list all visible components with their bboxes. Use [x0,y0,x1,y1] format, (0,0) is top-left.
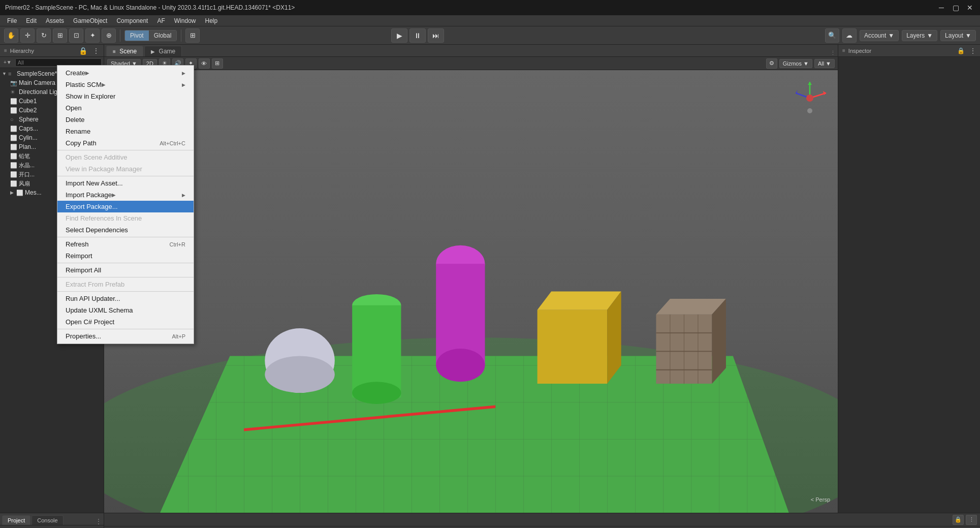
ctx-import-new-asset[interactable]: Import New Asset... [57,177,194,189]
menu-window[interactable]: Window [170,16,200,25]
asset-lock-btn[interactable]: 🔒 [953,515,964,525]
ctx-open-label: Open [66,104,82,112]
global-button[interactable]: Global [149,30,177,41]
ctx-open[interactable]: Open [57,102,194,114]
ctx-import-package[interactable]: Import Package ▶ [57,189,194,201]
play-button[interactable]: ▶ [391,28,407,43]
ctx-update-uxml[interactable]: Update UXML Schema [57,304,194,316]
ctx-import-new-asset-label: Import New Asset... [66,179,123,187]
minimize-button[interactable]: ─ [936,3,946,13]
close-button[interactable]: ✕ [965,3,975,13]
pause-button[interactable]: ⏸ [409,28,426,43]
menu-bar: File Edit Assets GameObject Component AF… [0,15,980,26]
pivot-button[interactable]: Pivot [125,30,149,41]
snap-button[interactable]: ⊞ [185,28,200,43]
ctx-export-package-label: Export Package... [66,203,118,210]
ctx-show-explorer[interactable]: Show in Explorer [57,90,194,102]
ctx-plastic-scm[interactable]: Plastic SCM ▶ [57,79,194,90]
ctx-sep-7 [57,329,194,329]
project-panel-menu[interactable]: ⋮ [96,518,102,525]
scene-tab-icon: ≡ [113,49,116,54]
ctx-create[interactable]: Create ▶ [57,67,194,79]
project-tab[interactable]: Project [2,515,30,525]
sphere-icon: ○ [10,116,17,122]
ctx-run-api-updater[interactable]: Run API Updater... [57,293,194,304]
bottom-area: Project Console ⋮ +▼ ⊡ ▼ ★ Favorites 🔍 A… [0,513,980,528]
ctx-rename-label: Rename [66,128,90,135]
menu-edit[interactable]: Edit [22,16,41,25]
gizmos-dropdown[interactable]: Gizmos ▼ [779,59,812,68]
ctx-sep-2 [57,176,194,176]
scene-tab-label: Scene [119,48,137,55]
scene-tab[interactable]: ≡ Scene [106,46,143,56]
crystal-label: 水晶... [19,162,35,169]
rect-tool-button[interactable]: ⊡ [69,28,83,43]
inspector-title: Inspector [848,48,871,54]
console-tab[interactable]: Console [31,515,63,525]
asset-menu-btn[interactable]: ⋮ [966,515,977,525]
inspector-lock-icon[interactable]: 🔒 [957,47,965,54]
hierarchy-title: Hierarchy [10,48,34,54]
menu-component[interactable]: Component [112,16,152,25]
custom-tool-button[interactable]: ⊕ [102,28,116,43]
ctx-run-api-updater-label: Run API Updater... [66,295,120,302]
fan-icon: ⬜ [10,180,17,187]
ctx-open-scene-additive: Open Scene Additive [57,151,194,163]
menu-gameobject[interactable]: GameObject [69,16,111,25]
scene-icon: ≡ [8,71,15,77]
hierarchy-lock-icon[interactable]: 🔒 [79,47,87,55]
transform-tool-button[interactable]: ✦ [85,28,100,43]
move-tool-button[interactable]: ✛ [20,28,35,43]
ctx-reimport[interactable]: Reimport [57,250,194,262]
rotate-tool-button[interactable]: ↻ [37,28,51,43]
menu-af[interactable]: AF [153,16,169,25]
hierarchy-menu-icon[interactable]: ⋮ [92,47,100,55]
inspector-menu-icon[interactable]: ⋮ [970,47,976,54]
grid-btn[interactable]: ⊞ [212,58,223,69]
svg-marker-28 [808,82,812,85]
openmouth-label: 开口... [19,171,35,178]
ctx-reimport-all[interactable]: Reimport All [57,264,194,276]
directional-light-label: Directional Light [19,88,62,96]
search-button[interactable]: 🔍 [825,28,839,43]
ctx-sep-4 [57,263,194,263]
hierarchy-add-button[interactable]: +▼ [2,59,13,66]
scene-tools-btn[interactable]: ⚙ [766,58,777,69]
all-chevron-icon: ▼ [826,60,831,67]
ctx-open-csharp[interactable]: Open C# Project [57,316,194,328]
layout-dropdown[interactable]: Layout ▼ [940,30,976,41]
ctx-copy-path[interactable]: Copy Path Alt+Ctrl+C [57,137,194,149]
hidden-objs-btn[interactable]: 👁 [199,58,210,69]
project-panel-tabs: Project Console ⋮ [0,513,104,525]
layers-dropdown[interactable]: Layers ▼ [902,30,937,41]
account-dropdown[interactable]: Account ▼ [860,30,899,41]
all-dropdown[interactable]: All ▼ [814,59,835,68]
scene-viewport[interactable]: < Persp [104,70,838,513]
menu-help[interactable]: Help [201,16,222,25]
hand-tool-button[interactable]: ✋ [4,28,18,43]
maximize-button[interactable]: ▢ [951,3,961,13]
ctx-delete[interactable]: Delete [57,114,194,126]
menu-file[interactable]: File [3,16,21,25]
plan-label: Plan... [19,143,36,150]
inspector-icon: ≡ [842,48,845,53]
title-bar: Primer02 - SampleScene - PC, Mac & Linux… [0,0,980,15]
scene-label: SampleScene* [17,70,57,77]
ctx-refresh[interactable]: Refresh Ctrl+R [57,238,194,250]
ctx-rename[interactable]: Rename [57,126,194,137]
menu-assets[interactable]: Assets [42,16,68,25]
game-tab[interactable]: ▶ Game [144,46,182,56]
gizmo-widget[interactable] [789,78,830,118]
cube1-label: Cube1 [19,98,37,105]
scale-tool-button[interactable]: ⊞ [53,28,67,43]
cloud-button[interactable]: ☁ [842,28,857,43]
ctx-create-arrow: ▶ [85,70,89,76]
ctx-select-dependencies[interactable]: Select Dependencies [57,224,194,236]
sphere-label: Sphere [19,116,39,123]
scene-panel-menu[interactable]: ⋮ [830,50,836,56]
project-panel: Project Console ⋮ +▼ ⊡ ▼ ★ Favorites 🔍 A… [0,513,104,528]
ctx-properties[interactable]: Properties... Alt+P [57,330,194,342]
persp-label: < Persp [811,496,830,503]
step-button[interactable]: ⏭ [428,28,444,43]
ctx-export-package[interactable]: Export Package... [57,201,194,212]
